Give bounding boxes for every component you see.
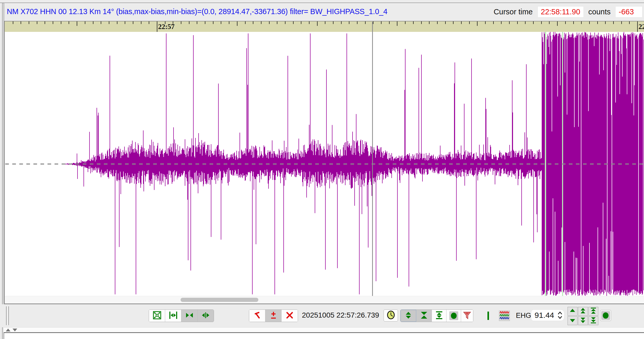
second-tick bbox=[93, 21, 93, 24]
second-tick bbox=[501, 21, 502, 24]
second-tick bbox=[37, 21, 37, 24]
second-tick bbox=[317, 21, 318, 26]
step-down-double-button[interactable] bbox=[578, 316, 588, 325]
second-tick bbox=[45, 21, 45, 24]
second-tick bbox=[493, 21, 494, 24]
step-up-button[interactable] bbox=[568, 307, 577, 316]
second-tick bbox=[277, 21, 277, 24]
second-tick bbox=[53, 21, 53, 24]
second-tick bbox=[605, 21, 606, 24]
green-dot-button[interactable] bbox=[446, 310, 461, 322]
scrollbar-thumb[interactable] bbox=[181, 298, 258, 302]
compress-horizontal-icon bbox=[185, 311, 194, 321]
second-tick bbox=[221, 21, 221, 24]
pick-hammer-button[interactable] bbox=[249, 310, 265, 322]
second-tick bbox=[621, 21, 622, 24]
arrow-up-top-icon bbox=[590, 308, 597, 315]
split-pane-divider[interactable] bbox=[4, 327, 644, 332]
arrow-up-icon bbox=[569, 308, 576, 315]
clock-icon bbox=[386, 310, 396, 321]
second-tick bbox=[69, 21, 69, 24]
left-splitter-groove[interactable] bbox=[2, 3, 4, 339]
second-tick bbox=[77, 21, 77, 26]
counts-value: -663 bbox=[615, 6, 642, 17]
time-ruler[interactable]: 22:5722:58 bbox=[5, 21, 644, 32]
second-tick bbox=[389, 21, 390, 24]
second-tick bbox=[613, 21, 614, 24]
delete-pick-icon bbox=[285, 311, 294, 321]
second-tick bbox=[509, 21, 510, 24]
multi-trace-icon[interactable] bbox=[499, 311, 510, 321]
second-tick bbox=[109, 21, 109, 24]
channel-label: EHG bbox=[516, 312, 531, 320]
second-tick bbox=[397, 21, 397, 26]
fit-horizontal-button[interactable] bbox=[165, 310, 181, 322]
second-tick bbox=[213, 21, 213, 24]
second-tick bbox=[525, 21, 526, 24]
step-down-bottom-button[interactable] bbox=[588, 316, 598, 325]
step-up-top-button[interactable] bbox=[588, 307, 598, 316]
minute-tick bbox=[157, 21, 157, 32]
expand-horizontal-button[interactable] bbox=[198, 310, 214, 322]
trace-step-arrow-grid bbox=[568, 307, 599, 325]
collapse-down-icon[interactable] bbox=[13, 329, 17, 331]
step-up-double-button[interactable] bbox=[578, 307, 588, 316]
second-tick bbox=[197, 21, 197, 24]
toolbar-drag-grip[interactable] bbox=[6, 306, 9, 325]
gain-spinner[interactable]: 91.44 bbox=[531, 309, 564, 321]
second-tick bbox=[373, 21, 373, 24]
seismic-viewer-window: NM X702 HHN 00 12.13 Km 14° (bias,max-bi… bbox=[0, 0, 644, 339]
clock-button[interactable] bbox=[384, 309, 398, 322]
second-tick bbox=[549, 21, 550, 24]
second-tick bbox=[485, 21, 486, 24]
fit-vertical-button[interactable] bbox=[432, 310, 446, 322]
second-tick bbox=[349, 21, 349, 24]
second-tick bbox=[21, 21, 21, 24]
expand-all-button[interactable] bbox=[149, 310, 165, 322]
amplitude-button-group bbox=[400, 309, 473, 322]
compress-vertical-button[interactable] bbox=[416, 310, 432, 322]
second-tick bbox=[181, 21, 181, 24]
cursor-time-value: 22:58:11.90 bbox=[538, 6, 584, 17]
second-tick bbox=[413, 21, 414, 24]
plus-minus-button[interactable] bbox=[265, 310, 282, 322]
cursor-readout: Cursor time 22:58:11.90 counts -663 bbox=[494, 6, 642, 17]
second-tick bbox=[237, 21, 237, 26]
expand-horizontal-icon bbox=[201, 311, 210, 321]
waveform-canvas[interactable] bbox=[5, 32, 644, 296]
expand-vertical-icon bbox=[404, 311, 413, 321]
trace-header: NM X702 HHN 00 12.13 Km 14° (bias,max-bi… bbox=[4, 3, 644, 20]
green-dot-button[interactable] bbox=[600, 310, 611, 321]
second-tick bbox=[133, 21, 133, 24]
second-tick bbox=[61, 21, 61, 24]
delete-pick-button[interactable] bbox=[282, 310, 298, 322]
pick-button-group bbox=[249, 309, 298, 322]
horizontal-scrollbar[interactable] bbox=[5, 296, 644, 303]
expand-vertical-button[interactable] bbox=[401, 310, 416, 322]
arrow-down-bottom-icon bbox=[590, 317, 597, 324]
step-down-button[interactable] bbox=[568, 316, 577, 325]
second-tick bbox=[325, 21, 325, 24]
second-tick bbox=[445, 21, 446, 24]
second-tick bbox=[573, 21, 574, 24]
second-tick bbox=[477, 21, 478, 26]
arrow-up-double-icon bbox=[580, 308, 586, 315]
collapse-up-icon[interactable] bbox=[6, 329, 10, 331]
second-tick bbox=[461, 21, 462, 24]
second-tick bbox=[541, 21, 542, 24]
spinner-arrows-icon[interactable] bbox=[557, 312, 564, 319]
second-tick bbox=[421, 21, 422, 24]
second-tick bbox=[533, 21, 534, 24]
second-tick bbox=[101, 21, 101, 24]
compress-horizontal-button[interactable] bbox=[181, 310, 198, 322]
gain-value: 91.44 bbox=[531, 311, 557, 320]
filter-funnel-button[interactable] bbox=[461, 310, 473, 322]
fit-horizontal-icon bbox=[169, 311, 178, 321]
second-tick bbox=[309, 21, 309, 24]
arrow-down-double-icon bbox=[580, 317, 586, 324]
second-tick bbox=[597, 21, 598, 24]
arrow-down-icon bbox=[569, 317, 576, 324]
second-tick bbox=[429, 21, 430, 24]
plus-minus-icon bbox=[269, 311, 278, 321]
second-tick bbox=[205, 21, 205, 24]
